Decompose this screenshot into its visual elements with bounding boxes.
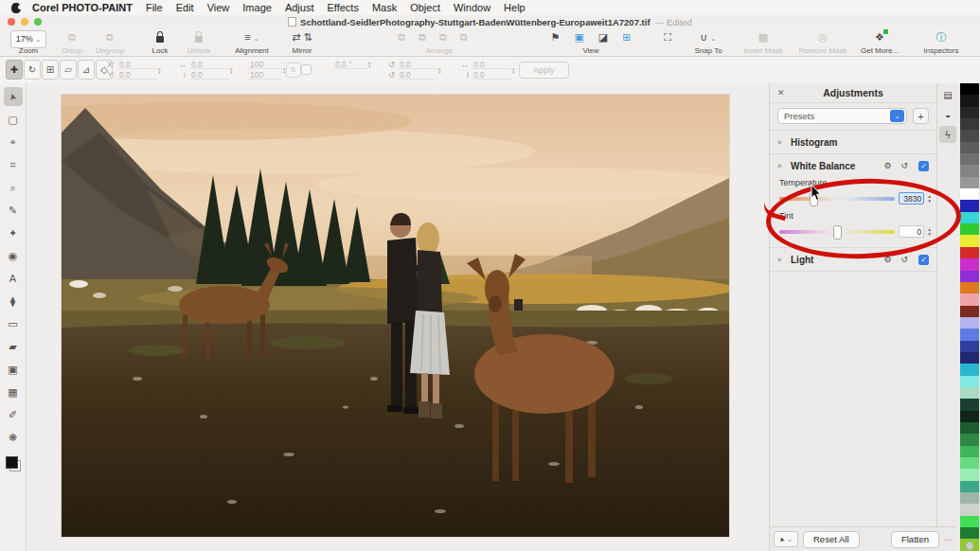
lock-button[interactable]: Lock [144, 30, 176, 55]
page-border-icon[interactable]: ◪ [598, 31, 608, 43]
size-stepper[interactable]: ▴▾ [230, 66, 233, 74]
apple-menu-icon[interactable] [11, 3, 21, 13]
mask-rectangle-tool[interactable]: ▢ [4, 110, 23, 129]
add-preset-button[interactable]: + [913, 108, 929, 124]
skew-vertical-field[interactable]: 0.0 [472, 70, 511, 80]
text-tool[interactable]: A [4, 269, 23, 288]
presets-dropdown[interactable]: Presets ⌄ [777, 108, 907, 124]
palette-swatch[interactable] [960, 492, 979, 504]
palette-swatch[interactable] [960, 142, 979, 153]
palette-swatch[interactable] [960, 504, 979, 515]
inspectors-button[interactable]: ⓘ Inspectors [915, 30, 968, 55]
position-y-field[interactable]: 0.0 [117, 70, 157, 80]
palette-swatch[interactable] [960, 364, 979, 375]
color-well[interactable] [6, 456, 21, 471]
menu-item[interactable]: Image [242, 2, 272, 13]
palette-swatch[interactable] [960, 306, 979, 317]
position-mode-button[interactable]: ✚ [6, 60, 23, 80]
light-section-header[interactable]: ˅ Light ⚙ ↺ ✓ [770, 250, 936, 269]
close-panel-icon[interactable]: ✕ [777, 88, 785, 98]
touchup-tool[interactable]: ❋ [4, 428, 23, 447]
palette-swatch[interactable] [960, 352, 979, 364]
palette-swatch[interactable] [960, 446, 979, 457]
palette-swatch[interactable] [960, 434, 979, 445]
mask-transform-tool[interactable]: ⌖ [4, 133, 23, 151]
temperature-stepper[interactable]: ▴▾ [928, 194, 931, 204]
menu-item[interactable]: Window [454, 2, 490, 13]
clone-tool[interactable]: ◉ [4, 246, 23, 265]
palette-swatch[interactable] [960, 293, 979, 305]
zoom-tool[interactable]: ⌕ [4, 178, 23, 197]
crop-tool[interactable]: ⌗ [4, 155, 23, 174]
pick-tool[interactable]: ➤ [4, 87, 23, 106]
palette-swatch[interactable] [960, 282, 979, 293]
tint-slider-handle[interactable] [833, 225, 842, 240]
palette-swatch[interactable] [960, 481, 979, 492]
inspector-tab-adjustments[interactable]: ϟ [939, 126, 956, 143]
palette-swatch[interactable] [960, 130, 979, 141]
palette-swatch[interactable] [960, 200, 979, 211]
palette-swatch[interactable] [960, 258, 979, 270]
palette-swatch[interactable] [960, 177, 979, 188]
height-field[interactable]: 0.0 [189, 70, 229, 80]
tint-value-field[interactable]: 0 [899, 225, 924, 238]
palette-swatch[interactable] [960, 153, 979, 165]
snap-to-dropdown[interactable]: ∪ ⌄ Snap To [684, 30, 733, 55]
eyedropper-tool[interactable]: ✐ [4, 405, 23, 424]
temperature-value-field[interactable]: 3830 [899, 192, 924, 204]
tint-stepper[interactable]: ▴▾ [928, 227, 931, 237]
scale-x-field[interactable]: 100 [248, 60, 282, 69]
palette-swatch[interactable] [960, 387, 979, 399]
temperature-slider[interactable] [779, 197, 895, 201]
white-balance-enabled-checkbox[interactable]: ✓ [918, 161, 929, 171]
zoom-level-dropdown[interactable]: 17% ⌄ Zoom [6, 30, 51, 55]
angle-field[interactable]: 0.0 ° [333, 60, 367, 69]
palette-swatch[interactable] [960, 212, 979, 223]
menu-item[interactable]: Effects [327, 2, 358, 13]
white-balance-section-header[interactable]: ˄ White Balance ⚙ ↺ ✓ [770, 156, 936, 175]
mirror-horizontal-icon[interactable]: ⇄ [292, 31, 300, 43]
light-reset-icon[interactable]: ↺ [900, 255, 908, 264]
menu-item[interactable]: Adjust [285, 2, 314, 13]
palette-swatch[interactable] [960, 107, 979, 118]
rectangle-tool[interactable]: ▭ [4, 314, 23, 333]
foreground-color-swatch[interactable] [6, 456, 18, 469]
palette-swatch[interactable] [960, 165, 979, 176]
relative-position-checkbox[interactable] [301, 64, 312, 75]
palette-swatch[interactable] [960, 317, 979, 329]
bounding-box-button[interactable]: ⛶ [657, 30, 678, 44]
white-balance-settings-icon[interactable]: ⚙ [883, 161, 891, 170]
white-balance-reset-icon[interactable]: ↺ [900, 161, 908, 170]
palette-swatch[interactable] [960, 422, 979, 434]
skew-mode-button[interactable]: ▱ [60, 60, 77, 80]
eraser-tool[interactable]: ▰ [4, 337, 23, 356]
palette-swatch[interactable] [960, 188, 979, 200]
light-enabled-checkbox[interactable]: ✓ [918, 255, 929, 265]
skew-horizontal-field[interactable]: 0.0 [472, 60, 511, 69]
distort-mode-button[interactable]: ⊿ [78, 60, 95, 80]
palette-swatch[interactable] [960, 376, 979, 387]
palette-swatch[interactable] [960, 118, 979, 130]
reset-all-button[interactable]: Reset All [803, 531, 860, 548]
palette-swatch[interactable] [960, 411, 979, 422]
palette-swatch[interactable] [960, 235, 979, 246]
menu-item[interactable]: Edit [176, 2, 194, 13]
palette-swatch[interactable] [960, 247, 979, 258]
rotate-mode-button[interactable]: ↻ [24, 60, 41, 80]
skew-stepper[interactable]: ▴▾ [512, 66, 515, 74]
mirror-buttons[interactable]: ⇄ ⇅ Mirror [280, 30, 324, 55]
histogram-section-header[interactable]: ˅ Histogram [770, 133, 936, 151]
mirror-vertical-icon[interactable]: ⇅ [304, 31, 312, 43]
palette-swatch[interactable] [960, 516, 979, 527]
lock-ratio-button[interactable]: S [286, 62, 301, 78]
position-stepper[interactable]: ▴▾ [158, 66, 161, 74]
angle-stepper[interactable]: ▴▾ [368, 61, 371, 68]
menu-item[interactable]: Mask [372, 2, 397, 13]
paint-tool[interactable]: ✎ [4, 201, 23, 220]
position-x-field[interactable]: 0.0 [117, 60, 157, 69]
more-options-icon[interactable]: ⋯ [944, 535, 953, 544]
palette-swatch[interactable] [960, 83, 979, 95]
photo-canvas[interactable] [62, 95, 729, 537]
temperature-slider-handle[interactable] [810, 192, 818, 206]
palette-swatch[interactable] [960, 95, 979, 106]
